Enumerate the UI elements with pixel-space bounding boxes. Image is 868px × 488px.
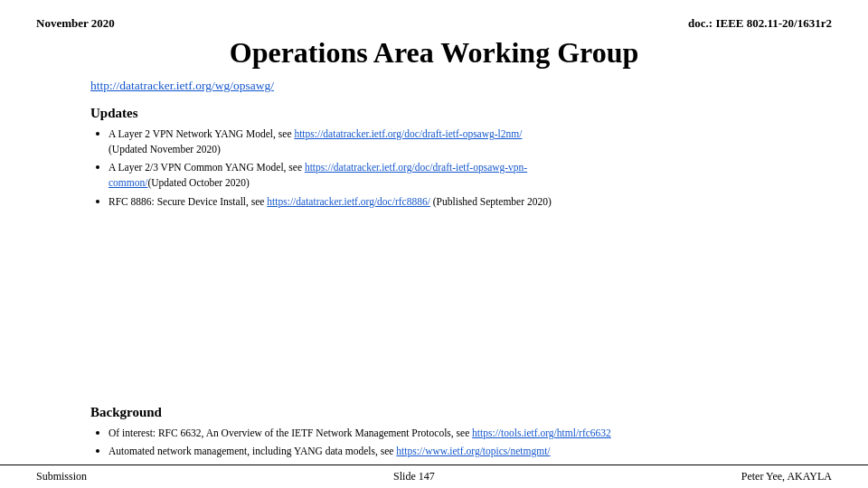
updates-section-title: Updates <box>90 106 832 121</box>
updates-section: Updates A Layer 2 VPN Network YANG Model… <box>36 106 832 392</box>
footer-author: Peter Yee, AKAYLA <box>741 470 832 483</box>
update-3-text-before: RFC 8886: Secure Device Install, see <box>108 196 267 207</box>
update-3-link[interactable]: https://datatracker.ietf.org/doc/rfc8886… <box>267 196 430 207</box>
header-doc-id: doc.: IEEE 802.11-20/1631r2 <box>688 16 832 31</box>
header-date: November 2020 <box>36 16 115 31</box>
background-1-link[interactable]: https://tools.ietf.org/html/rfc6632 <box>472 427 611 438</box>
background-1-text-before: Of interest: RFC 6632, An Overview of th… <box>108 427 472 438</box>
main-url-link[interactable]: http://datatracker.ietf.org/wg/opsawg/ <box>90 79 832 93</box>
update-item-1: A Layer 2 VPN Network YANG Model, see ht… <box>108 127 832 156</box>
update-item-3: RFC 8886: Secure Device Install, see htt… <box>108 194 832 210</box>
background-2-link[interactable]: https://www.ietf.org/topics/netmgmt/ <box>396 446 550 456</box>
update-1-text-before: A Layer 2 VPN Network YANG Model, see <box>108 128 294 139</box>
update-3-text-after: (Published September 2020) <box>430 196 552 207</box>
update-2-text-before: A Layer 2/3 VPN Common YANG Model, see <box>108 162 305 173</box>
background-2-text-before: Automated network management, including … <box>108 446 396 456</box>
update-item-2: A Layer 2/3 VPN Common YANG Model, see h… <box>108 160 832 190</box>
header-row: November 2020 doc.: IEEE 802.11-20/1631r… <box>36 16 832 31</box>
update-1-text-after: (Updated November 2020) <box>108 144 221 155</box>
update-2-link-cont[interactable]: common/ <box>108 177 147 188</box>
background-section: Background Of interest: RFC 6632, An Ove… <box>36 405 832 463</box>
background-section-title: Background <box>90 405 832 420</box>
update-2-text-after: (Updated October 2020) <box>147 177 249 188</box>
footer-slide-number: Slide 147 <box>393 470 435 483</box>
slide: November 2020 doc.: IEEE 802.11-20/1631r… <box>0 0 868 488</box>
background-item-2: Automated network management, including … <box>108 444 832 459</box>
footer-submission: Submission <box>36 470 87 483</box>
footer-bar: Submission Slide 147 Peter Yee, AKAYLA <box>0 465 868 488</box>
background-item-1: Of interest: RFC 6632, An Overview of th… <box>108 426 832 441</box>
update-1-link[interactable]: https://datatracker.ietf.org/doc/draft-i… <box>294 128 522 139</box>
page-title: Operations Area Working Group <box>36 36 832 70</box>
update-2-link[interactable]: https://datatracker.ietf.org/doc/draft-i… <box>305 162 527 173</box>
